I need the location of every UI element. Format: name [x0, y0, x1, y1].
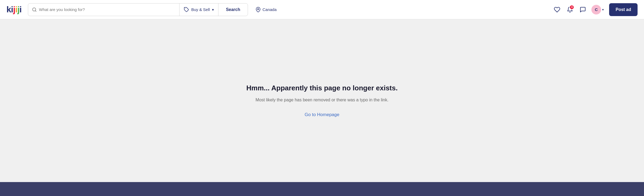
- svg-line-1: [35, 10, 36, 11]
- footer: [0, 182, 644, 196]
- nav-icons: 4 C ▾ Post ad: [552, 3, 638, 16]
- notification-badge: 4: [569, 5, 574, 10]
- messages-button[interactable]: [577, 4, 588, 15]
- search-bar: Buy & Sell ▾ Search: [28, 3, 248, 16]
- search-input[interactable]: [39, 7, 175, 12]
- category-label: Buy & Sell: [191, 7, 210, 12]
- chat-icon: [580, 6, 586, 13]
- error-container: Hmm... Apparently this page no longer ex…: [246, 84, 398, 117]
- location-button[interactable]: Canada: [252, 7, 280, 12]
- main-content: Hmm... Apparently this page no longer ex…: [0, 19, 644, 182]
- search-icon: [32, 7, 37, 12]
- header: kijiji Buy & Sell ▾ Search Canada: [0, 0, 644, 19]
- location-label: Canada: [262, 7, 277, 12]
- go-to-homepage-link[interactable]: Go to Homepage: [305, 112, 339, 117]
- avatar-chevron-icon: ▾: [602, 8, 604, 12]
- avatar: C: [591, 5, 601, 14]
- avatar-button[interactable]: C ▾: [590, 5, 605, 14]
- heart-icon: [554, 6, 560, 13]
- error-title: Hmm... Apparently this page no longer ex…: [246, 84, 398, 92]
- search-input-wrap: [28, 3, 179, 16]
- search-button[interactable]: Search: [218, 3, 248, 16]
- tag-icon: [184, 7, 189, 12]
- category-selector[interactable]: Buy & Sell ▾: [180, 3, 218, 16]
- error-subtitle: Most likely the page has been removed or…: [246, 98, 398, 102]
- logo[interactable]: kijiji: [6, 5, 21, 14]
- svg-point-3: [258, 8, 259, 10]
- chevron-down-icon: ▾: [212, 8, 214, 12]
- favorites-button[interactable]: [552, 4, 562, 15]
- location-icon: [255, 7, 261, 12]
- notifications-button[interactable]: 4: [565, 4, 575, 15]
- post-ad-button[interactable]: Post ad: [609, 3, 638, 16]
